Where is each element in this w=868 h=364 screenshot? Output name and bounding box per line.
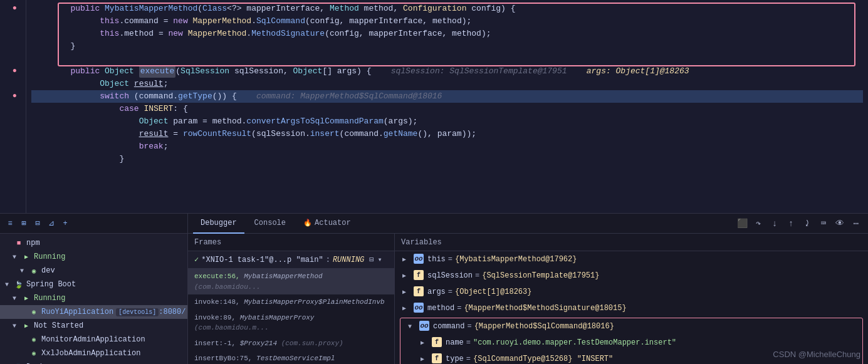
var-this-eq: = — [448, 254, 452, 265]
frame-3-pkg: (com.sun.proxy) — [281, 340, 343, 347]
var-type-key: type — [446, 353, 464, 364]
sidebar-item-spring-running[interactable]: ▼ ▶ Running — [0, 291, 187, 305]
var-method-arrow: ▶ — [402, 304, 411, 313]
xxljob-icon: ◉ — [29, 348, 39, 358]
sidebar-item-ruoyi[interactable]: ◉ RuoYiApplication [devtools] :8080/ — [0, 305, 187, 319]
line-num-15 — [3, 178, 22, 190]
var-method-name: method — [427, 303, 454, 314]
console-tab-label: Console — [254, 219, 286, 227]
var-type-arrow: ▶ — [421, 355, 429, 364]
springboot-arrow: ▼ — [5, 281, 13, 288]
tab-actuator[interactable]: 🔥 Actuator — [296, 214, 358, 234]
sidebar-tree: ■ npm ▼ ▶ Running ▼ ◉ dev ▼ 🍃 Spring Boo… — [0, 234, 187, 364]
frame-3-method: insert:-1, — [194, 340, 236, 347]
sidebar: ≡ ⊞ ⊟ ⊿ + ■ npm ▼ ▶ Running ▼ ◉ dev — [0, 214, 188, 364]
var-method-val: {MapperMethod$MethodSignature@18015} — [464, 303, 626, 314]
step-over-btn[interactable]: ↷ — [751, 217, 765, 231]
sidebar-item-monitor[interactable]: ◉ MonitorAdminApplication — [0, 333, 187, 346]
frame-3[interactable]: insert:-1, $Proxy214 (com.sun.proxy) — [188, 336, 394, 351]
step-out-btn[interactable]: ↑ — [784, 217, 798, 231]
filter-icon[interactable]: ⊟ — [33, 219, 43, 229]
code-line-9: case INSERT: { — [31, 103, 863, 115]
monitor-icon: ◉ — [29, 335, 39, 345]
code-line-3: this.method = new MapperMethod.MethodSig… — [31, 28, 863, 40]
line-num-2 — [3, 15, 22, 28]
sidebar-item-npm-running[interactable]: ▼ ▶ Running — [0, 250, 187, 264]
code-line-2: this.command = new MapperMethod.SqlComma… — [31, 15, 863, 28]
resume-btn[interactable]: ⬛ — [735, 217, 749, 231]
sidebar-item-npm[interactable]: ■ npm — [0, 236, 187, 250]
frame-2-class: MybatisMapperProxy — [240, 314, 315, 321]
tab-console[interactable]: Console — [247, 214, 293, 234]
list-icon[interactable]: ≡ — [5, 219, 15, 229]
not-started-arrow: ▼ — [13, 323, 20, 330]
code-editor: ● ● ● public MybatisMapperMethod(Class<?… — [0, 0, 868, 213]
var-command-name-child[interactable]: ▶ f name = "com.ruoyi.demo.mapper.TestDe… — [400, 335, 862, 351]
variables-panel: Variables ▶ oo this = {MybatisMapperMeth… — [395, 234, 868, 364]
pin-icon[interactable]: ⊿ — [46, 219, 56, 229]
frame-1-method: invoke:148, — [194, 298, 240, 306]
var-sql-eq: = — [475, 270, 479, 281]
var-name-arrow: ▶ — [421, 338, 429, 348]
code-line-8: switch (command.getType()) { command: Ma… — [31, 90, 863, 103]
frames-panel: Frames ✓ *XNIO-1 task-1"@...p "main" : R… — [188, 234, 395, 364]
var-name-icon: f — [432, 337, 442, 347]
watch-btn[interactable]: 👁 — [833, 217, 847, 231]
code-line-5 — [31, 53, 863, 65]
var-sql-icon: f — [414, 270, 424, 280]
code-line-10: Object param = method.convertArgsToSqlCo… — [31, 115, 863, 128]
spring-running-label: Running — [34, 294, 65, 303]
var-args[interactable]: ▶ f args = {Object[1]@18263} — [395, 284, 868, 300]
run-to-cursor-btn[interactable]: ⤸ — [800, 217, 814, 231]
frame-1-class: MybatisMapperProxy$PlainMethodInvb — [244, 298, 384, 306]
frame-1[interactable]: invoke:148, MybatisMapperProxy$PlainMeth… — [188, 294, 394, 310]
frame-4-method: insertByBo:75, — [194, 355, 252, 362]
line-num-14 — [3, 165, 22, 178]
line-num-16 — [3, 190, 22, 203]
line-numbers: ● ● ● — [0, 0, 26, 213]
sidebar-item-docker[interactable]: ▼ 🐳 Docker — [0, 360, 187, 364]
var-command[interactable]: ▼ oo command = {MapperMethod$SqlCommand@… — [400, 318, 862, 335]
code-line-13: } — [31, 153, 863, 165]
var-method[interactable]: ▶ oo method = {MapperMethod$MethodSignat… — [395, 300, 868, 316]
frame-0-class: MybatisMapperMethod — [244, 273, 322, 280]
xxljob-label: XxlJobAdminApplication — [41, 349, 140, 358]
variables-header: Variables — [395, 234, 868, 251]
thread-selector[interactable]: ✓ *XNIO-1 task-1"@...p "main" : RUNNING … — [188, 251, 394, 269]
sidebar-item-dev[interactable]: ▼ ◉ dev — [0, 264, 187, 278]
not-started-label: Not Started — [34, 321, 83, 330]
thread-separator: : — [326, 256, 330, 264]
thread-dropdown-icon: ▾ — [378, 255, 382, 264]
grid-icon[interactable]: ⊞ — [19, 219, 29, 229]
frame-4-class: TestDemoServiceImpl — [256, 355, 335, 362]
frame-4[interactable]: insertByBo:75, TestDemoServiceImpl (com.… — [188, 351, 394, 364]
line-num-7 — [3, 78, 22, 90]
var-command-val: {MapperMethod$SqlCommand@18016} — [474, 321, 614, 332]
ruoyi-label: RuoYiApplication — [41, 308, 113, 316]
var-args-name: args — [427, 286, 446, 298]
step-into-btn[interactable]: ↓ — [768, 217, 782, 231]
frame-0[interactable]: execute:56, MybatisMapperMethod (com.bao… — [188, 269, 394, 294]
var-this[interactable]: ▶ oo this = {MybatisMapperMethod@17962} — [395, 251, 868, 268]
line-num-5 — [3, 53, 22, 65]
sidebar-item-xxljob[interactable]: ◉ XxlJobAdminApplication — [0, 346, 187, 360]
evaluate-btn[interactable]: ⌨ — [817, 217, 830, 231]
code-line-6: public Object execute(SqlSession sqlSess… — [31, 65, 863, 78]
line-num-3 — [3, 28, 22, 40]
line-num-8: ● — [3, 90, 22, 103]
var-this-arrow: ▶ — [402, 255, 411, 264]
settings-btn[interactable]: ⋯ — [849, 217, 863, 231]
var-sql-name: sqlSession — [427, 270, 473, 281]
npm-running-arrow: ▼ — [13, 254, 20, 261]
add-icon[interactable]: + — [60, 219, 70, 229]
sidebar-toolbar: ≡ ⊞ ⊟ ⊿ + — [0, 214, 187, 234]
var-name-eq: = — [466, 337, 471, 348]
var-command-eq: = — [467, 321, 471, 332]
frame-2[interactable]: invoke:89, MybatisMapperProxy (com.baomi… — [188, 310, 394, 336]
sidebar-item-springboot[interactable]: ▼ 🍃 Spring Boot — [0, 278, 187, 291]
var-sqlsession[interactable]: ▶ f sqlSession = {SqlSessionTemplate@179… — [395, 268, 868, 284]
spring-running-icon: ▶ — [21, 293, 31, 303]
sidebar-item-not-started[interactable]: ▼ ▶ Not Started — [0, 319, 187, 333]
tab-debugger[interactable]: Debugger — [193, 214, 244, 234]
watermark: CSDN @MichelleChung — [773, 350, 860, 359]
